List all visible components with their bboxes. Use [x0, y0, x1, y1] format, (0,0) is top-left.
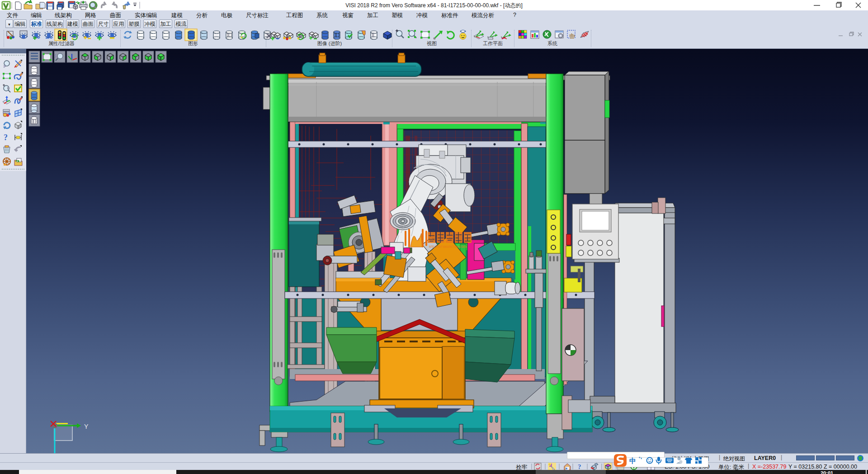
svg-text:?: ?	[578, 463, 581, 470]
svg-text:Y: Y	[84, 423, 89, 430]
svg-text:?: ?	[4, 133, 8, 142]
svg-text:中: 中	[629, 457, 636, 465]
svg-text:INTELLIGENT MANUFACTURING DATA: INTELLIGENT MANUFACTURING DATA	[429, 245, 467, 248]
svg-text:˚ʻ: ˚ʻ	[639, 456, 642, 463]
